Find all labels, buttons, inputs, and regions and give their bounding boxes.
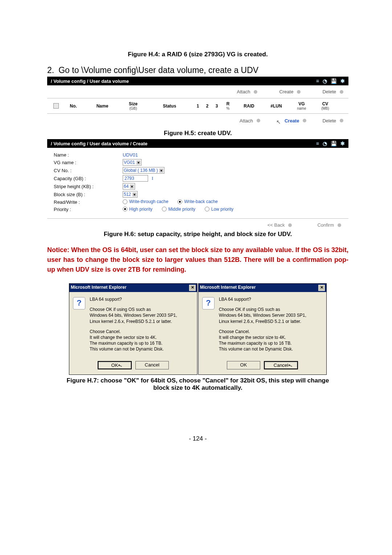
text-cursor-icon: I [152, 175, 153, 181]
rw-writeback-radio[interactable]: Write-back cache [177, 199, 217, 204]
delete-action[interactable]: Delete [322, 89, 343, 94]
dot-icon [297, 90, 301, 94]
radio-icon [205, 207, 209, 211]
table-header: No. Name Size(GB) Status 1 2 3 R% RAID #… [47, 98, 348, 113]
step-2-line: 2.Go to \Volume config\User data volume,… [47, 65, 348, 75]
dialog-title: Microsoft Internet Explorer [200, 285, 256, 291]
col-name: Name [84, 104, 121, 109]
chevron-down-icon: ▾ [130, 185, 134, 189]
chevron-down-icon: ▾ [136, 161, 140, 165]
col-1: 1 [193, 104, 203, 109]
menu-icon[interactable]: ≡ [316, 78, 319, 84]
rw-writethrough-radio[interactable]: Write-through cache [123, 199, 168, 204]
create-action[interactable]: Create [279, 89, 301, 94]
stripe-select[interactable]: 64▾ [123, 183, 135, 190]
dialog-text: LBA 64 support? Choose OK if using OS su… [219, 296, 306, 357]
capacity-label: Capacity (GB) : [54, 176, 123, 181]
mouse-icon[interactable]: ◔ [323, 141, 327, 146]
select-all-checkbox[interactable] [53, 103, 59, 109]
panel2-title-bar: / Volume config / User data volume / Cre… [47, 139, 348, 148]
dot-icon [288, 223, 292, 227]
cvno-label: CV No. : [54, 168, 123, 173]
dot-icon [303, 119, 306, 122]
create-action-b[interactable]: ↖Create [276, 117, 306, 124]
fig-h6-caption: Figure H.6: setup capacity, stripe heigh… [47, 231, 348, 238]
save-icon[interactable]: 💾 [331, 78, 337, 84]
col-no: No. [62, 104, 84, 109]
ok-button[interactable]: OK [98, 361, 132, 369]
panel1-title-bar: / Volume config / User data volume ≡ ◔ 💾… [47, 77, 348, 85]
panel1-actions-top: Attach Create Delete [47, 85, 348, 98]
vgname-select[interactable]: VG01▾ [123, 159, 142, 166]
rw-label: Read/Write : [54, 199, 123, 205]
col-lun: #LUN [264, 104, 289, 109]
col-3: 3 [212, 104, 221, 109]
priority-label: Priority : [54, 207, 123, 212]
radio-icon [123, 199, 127, 204]
dialog-title: Microsoft Internet Explorer [71, 285, 126, 291]
close-icon[interactable]: ✕ [318, 285, 325, 291]
radio-checked-icon [177, 199, 182, 204]
col-2: 2 [203, 104, 212, 109]
panel2-breadcrumb: / Volume config / User data volume / Cre… [51, 141, 147, 146]
stripe-label: Stripe height (KB) : [54, 184, 123, 189]
cursor-icon: ↖ [276, 119, 281, 125]
dot-icon [340, 90, 343, 94]
attach-action[interactable]: Attach [237, 89, 258, 94]
dot-icon [340, 119, 343, 122]
save-icon[interactable]: 💾 [331, 141, 337, 146]
cvno-select[interactable]: Global ( 136 MB )▾ [123, 167, 164, 174]
dialog-cancel: Microsoft Internet Explorer✕ ? LBA 64 su… [198, 283, 327, 375]
col-raid: RAID [234, 104, 264, 109]
priority-high-radio[interactable]: High priority [123, 207, 152, 212]
attach-action-b[interactable]: Attach [240, 118, 260, 123]
star-icon[interactable]: ✱ [340, 141, 345, 146]
priority-low-radio[interactable]: Low priority [205, 207, 233, 212]
dialog-text: LBA 64 support? Choose OK if using OS su… [90, 296, 177, 357]
dialog-ok: Microsoft Internet Explorer✕ ? LBA 64 su… [69, 283, 197, 375]
dot-icon [257, 119, 260, 122]
chevron-down-icon: ▾ [132, 193, 136, 197]
radio-checked-icon [123, 207, 127, 211]
delete-action-b[interactable]: Delete [322, 118, 343, 123]
dot-icon [254, 90, 257, 94]
menu-icon[interactable]: ≡ [316, 141, 319, 146]
capacity-input[interactable]: 2793 [123, 175, 148, 182]
ok-button[interactable]: OK [227, 361, 260, 369]
radio-icon [162, 207, 167, 211]
step-text: Go to \Volume config\User data volume, c… [58, 65, 258, 75]
col-cv: CV(MB) [314, 101, 336, 110]
name-label: Name : [54, 152, 123, 158]
vgname-label: VG name : [54, 160, 123, 165]
star-icon[interactable]: ✱ [340, 78, 345, 84]
close-icon[interactable]: ✕ [189, 285, 196, 291]
col-size: Size(GB) [121, 101, 146, 110]
fig-h5-caption: Figure H.5: create UDV. [47, 130, 348, 137]
col-r: R% [221, 101, 234, 110]
question-icon: ? [202, 297, 215, 309]
back-button[interactable]: << Back [268, 222, 292, 228]
cancel-button[interactable]: Cancel [135, 361, 169, 369]
col-status: Status [146, 104, 193, 109]
cancel-button[interactable]: Cancel [264, 361, 298, 369]
name-value[interactable]: UDV01 [123, 152, 138, 158]
dot-icon [338, 223, 341, 227]
priority-middle-radio[interactable]: Middle priority [162, 207, 196, 212]
fig-h7-caption-b: block size to 4K automatically. [47, 384, 348, 392]
panel2-footer: << Back Confirm [47, 219, 348, 229]
page-number: - 124 - [47, 435, 348, 442]
create-form: Name : UDV01 VG name : VG01▾ CV No. : Gl… [47, 148, 348, 218]
step-number: 2. [47, 65, 54, 75]
mouse-icon[interactable]: ◔ [323, 78, 327, 84]
panel1-breadcrumb: / Volume config / User data volume [51, 78, 129, 84]
panel1-actions-bottom: Attach ↖Create Delete [47, 114, 348, 127]
fig-h4-caption: Figure H.4: a RAID 6 (size 2793G) VG is … [47, 51, 348, 58]
col-vg: VGname [289, 101, 314, 110]
notice-text: Notice: When the OS is 64bit, user can s… [47, 245, 348, 275]
block-select[interactable]: 512▾ [123, 191, 138, 198]
fig-h7-caption-a: Figure H.7: choose "OK" for 64bit OS, ch… [47, 377, 348, 384]
block-label: Block size (B) : [54, 192, 123, 197]
question-icon: ? [73, 297, 85, 309]
confirm-button[interactable]: Confirm [317, 222, 341, 228]
chevron-down-icon: ▾ [159, 169, 163, 173]
